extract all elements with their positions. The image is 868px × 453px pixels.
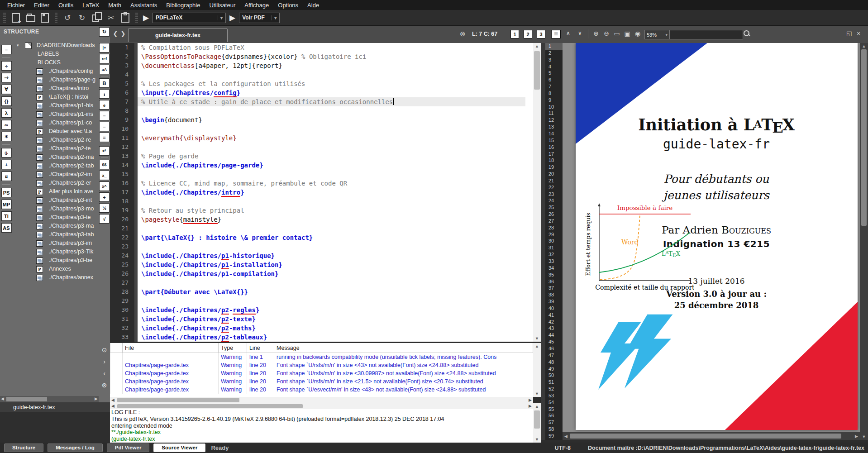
linebreak-icon[interactable]: ↵ xyxy=(99,146,110,156)
code-line-21[interactable] xyxy=(138,224,525,233)
scroll-up-icon[interactable]: ▲ xyxy=(533,344,541,348)
bookmark-3-button[interactable]: 3 xyxy=(537,30,545,38)
tree-item[interactable]: ▾D:\ADRIEN\Downloads xyxy=(13,41,99,50)
tree-item[interactable]: ./Chapitres/p2-im xyxy=(13,170,99,179)
insert-newline-icon[interactable]: |+ xyxy=(99,43,110,52)
scroll-down-icon[interactable]: ▼ xyxy=(533,336,541,341)
tree-item[interactable]: ./Chapitres/p2-re xyxy=(13,136,99,144)
pdf-page-number-3[interactable]: 3 xyxy=(545,57,563,63)
pdf-page-up-icon[interactable]: ∧ xyxy=(566,30,570,36)
tikz-icon[interactable]: TI xyxy=(1,211,12,221)
pdf-page-number-49[interactable]: 49 xyxy=(545,366,563,372)
pdf-page-number-23[interactable]: 23 xyxy=(545,191,563,198)
zoom-in-icon[interactable]: ⊕ xyxy=(591,30,601,37)
tree-item[interactable]: ./Chapitres/p3-tab xyxy=(13,230,99,239)
pdf-page-number-44[interactable]: 44 xyxy=(545,332,563,339)
align-center-icon[interactable]: ≡ xyxy=(99,122,110,131)
emphasis-icon[interactable]: e xyxy=(99,100,110,110)
follow-eye-icon[interactable]: ⊙ xyxy=(100,345,109,354)
editor-vscrollbar[interactable]: ▲ ▼ xyxy=(533,43,541,342)
run-compile-button[interactable]: ▶ xyxy=(143,13,149,23)
cross-icon[interactable]: + xyxy=(1,160,12,169)
pdf-page-number-9[interactable]: 9 xyxy=(545,97,563,104)
next-error-icon[interactable]: › xyxy=(100,357,109,366)
scrollbar-thumb[interactable] xyxy=(117,404,303,408)
code-line-27[interactable] xyxy=(138,278,525,287)
math-mode-icon[interactable]: $$ xyxy=(99,160,110,169)
code-line-24[interactable]: \include{./Chapitres/p1-historique} xyxy=(138,251,525,260)
pdf-page-number-50[interactable]: 50 xyxy=(545,372,563,379)
scroll-up-icon[interactable]: ▲ xyxy=(860,44,868,48)
log-vscrollbar[interactable]: ▲ ▼ xyxy=(533,403,541,443)
pdf-page-number-6[interactable]: 6 xyxy=(545,76,563,83)
asymptote-icon[interactable]: AS xyxy=(1,223,12,233)
pdf-page-number-27[interactable]: 27 xyxy=(545,218,563,224)
prev-document-icon[interactable]: ❮ xyxy=(112,29,119,38)
tab-guide-latex-fr[interactable]: guide-latex-fr.tex xyxy=(128,28,228,42)
pdf-zoom-select[interactable]: 53% ▾ xyxy=(644,30,670,39)
search-icon[interactable] xyxy=(744,30,750,37)
detach-viewer-icon[interactable]: ◱ xyxy=(846,30,852,37)
subscript-icon[interactable]: x_ xyxy=(99,171,110,180)
delimiters-icon[interactable]: (]. xyxy=(1,148,12,157)
menu-fichier[interactable]: Fichier xyxy=(3,1,29,10)
pdf-page-number-13[interactable]: 13 xyxy=(545,124,563,130)
font-size-icon[interactable]: aA xyxy=(99,65,110,74)
code-line-16[interactable]: % Licence CC, mind map, sommaire, préamb… xyxy=(138,179,525,188)
scroll-down-icon[interactable]: ▼ xyxy=(533,391,541,396)
code-line-14[interactable]: \include{./Chapitres/page-garde} xyxy=(138,161,525,170)
bookmark-1-button[interactable]: 1 xyxy=(510,30,519,38)
pdf-search-input[interactable] xyxy=(670,30,743,39)
scroll-right-icon[interactable]: ▶ xyxy=(529,398,532,402)
pdf-page-number-29[interactable]: 29 xyxy=(545,231,563,238)
pdf-page-number-34[interactable]: 34 xyxy=(545,265,563,272)
pdf-page-number-42[interactable]: 42 xyxy=(545,319,563,325)
infinity-icon[interactable]: ∞ xyxy=(1,120,12,129)
prev-error-icon[interactable]: ‹ xyxy=(100,369,109,378)
italic-icon[interactable]: i xyxy=(99,89,110,99)
scroll-down-icon[interactable]: ▼ xyxy=(533,437,541,442)
pdf-page-number-5[interactable]: 5 xyxy=(545,70,563,76)
code-line-13[interactable]: % Page de garde xyxy=(138,152,525,161)
pdf-page-number-52[interactable]: 52 xyxy=(545,386,563,392)
pdf-page-list[interactable]: 1234567891011121314151617181920212223242… xyxy=(545,43,563,440)
code-line-1[interactable]: % Compilation sous PDFLaTeX xyxy=(138,43,525,52)
code-line-29[interactable] xyxy=(138,296,525,305)
scroll-left-icon[interactable]: ◀ xyxy=(111,398,114,402)
menu-aide[interactable]: Aide xyxy=(303,1,324,10)
pdf-page-number-12[interactable]: 12 xyxy=(545,117,563,124)
code-line-9[interactable]: \begin{document} xyxy=(138,115,525,124)
scroll-left-icon[interactable]: ◀ xyxy=(1,396,4,401)
pdf-page-number-7[interactable]: 7 xyxy=(545,83,563,90)
tree-item[interactable]: P\LaTeX{} : histoi xyxy=(13,93,99,101)
menu-math[interactable]: Math xyxy=(104,1,126,10)
refresh-structure-button[interactable]: ↻ xyxy=(99,27,110,37)
scroll-down-icon[interactable]: ▼ xyxy=(860,434,868,439)
pdf-page-number-32[interactable]: 32 xyxy=(545,251,563,258)
code-line-26[interactable]: \include{./Chapitres/p1-compilation} xyxy=(138,269,525,278)
pdf-page-number-48[interactable]: 48 xyxy=(545,359,563,366)
message-row[interactable]: Warningline 1running in backwards compat… xyxy=(110,353,533,362)
scrollbar-thumb[interactable] xyxy=(570,434,841,439)
close-viewer-icon[interactable]: × xyxy=(857,30,860,37)
code-line-17[interactable]: \include{./Chapitres/intro} xyxy=(138,188,525,197)
pdf-page-number-26[interactable]: 26 xyxy=(545,211,563,218)
structure-list-icon[interactable]: ≡ xyxy=(1,45,12,54)
pdf-page-number-22[interactable]: 22 xyxy=(545,184,563,191)
code-editor[interactable]: 1234567891011121314151617181920212223242… xyxy=(110,43,533,342)
scroll-left-icon[interactable]: ◀ xyxy=(111,404,114,408)
structure-hscrollbar[interactable]: ◀ ▶ xyxy=(0,396,99,402)
pdf-page-number-11[interactable]: 11 xyxy=(545,110,563,117)
pdf-page-number-21[interactable]: 21 xyxy=(545,177,563,184)
scrollbar-thumb[interactable] xyxy=(861,49,867,226)
pdf-hscrollbar[interactable]: ◀ ▶ xyxy=(563,432,860,440)
pdf-page-number-14[interactable]: 14 xyxy=(545,130,563,137)
compile-command-select[interactable]: PDFLaTeX ▾ xyxy=(153,13,226,23)
undo-button[interactable]: ↺ xyxy=(62,12,73,24)
code-line-20[interactable]: \pagestyle{mainstyle} xyxy=(138,215,525,224)
pdf-page-number-16[interactable]: 16 xyxy=(545,144,563,151)
arrows-icon[interactable]: ⇒ xyxy=(1,73,12,82)
status-tab-structure[interactable]: Structure xyxy=(4,443,43,452)
pdf-page-number-24[interactable]: 24 xyxy=(545,197,563,204)
pdf-canvas[interactable]: Initiation à LATEX guide-latex-fr Pour d… xyxy=(563,43,860,432)
